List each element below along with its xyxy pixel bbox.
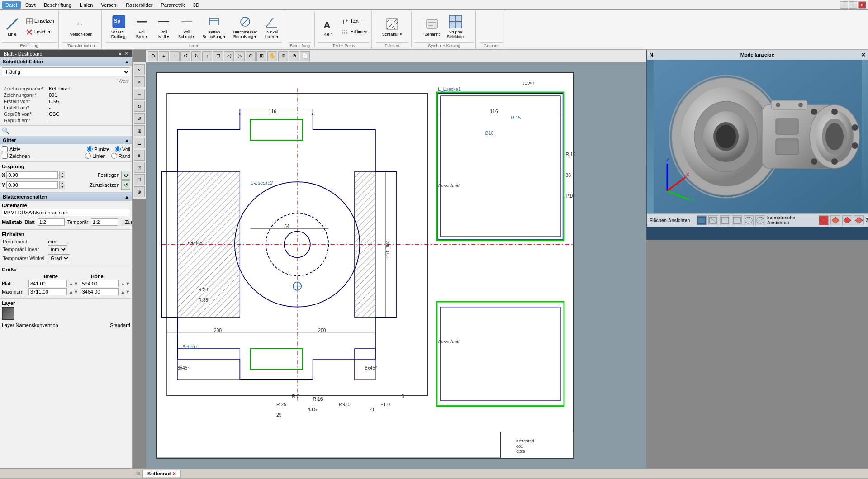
iso-btn-4[interactable] — [854, 215, 864, 225]
view-bottom-btn[interactable] — [755, 215, 765, 225]
view-btn-1[interactable]: ↖ — [134, 64, 145, 75]
y-down-arrow[interactable]: ▼ — [59, 185, 65, 189]
view-btn-5[interactable]: ↺ — [134, 113, 145, 124]
nav-fit-btn[interactable]: ⊡ — [213, 51, 223, 61]
tab-kettenrad[interactable]: Kettenrad ✕ — [142, 470, 181, 477]
menu-start[interactable]: Start — [22, 1, 39, 9]
ribbon-btn-schraffur[interactable]: Schraffur ▾ — [379, 14, 405, 39]
x-spinner[interactable]: ▲ ▼ — [59, 171, 65, 179]
view-btn-3[interactable]: ─ — [134, 89, 145, 100]
menu-beschriftung[interactable]: Beschriftung — [40, 1, 75, 9]
nav-up-btn[interactable]: ↑ — [202, 51, 212, 61]
layer-icon[interactable] — [2, 307, 14, 320]
y-up-arrow[interactable]: ▲ — [59, 181, 65, 185]
nav-next-btn[interactable]: ▷ — [235, 51, 245, 61]
gitter-collapse[interactable]: ▲ — [124, 138, 129, 143]
menu-rasterbilder[interactable]: Rasterbilder — [122, 1, 156, 9]
view-btn-11[interactable]: ⊕ — [134, 186, 145, 197]
ribbon-btn-voll-mitte[interactable]: VollMittl ▾ — [153, 12, 174, 41]
ribbon-btn-benannt[interactable]: Benannt — [422, 14, 443, 39]
view-btn-7[interactable]: ☰ — [134, 138, 145, 148]
nav-zoom-select-btn[interactable]: ⊕ — [246, 51, 256, 61]
view-btn-2[interactable]: ✕ — [134, 76, 145, 87]
checkbox-aktiv[interactable] — [2, 146, 8, 152]
svg-rect-37 — [455, 15, 462, 22]
menu-versch[interactable]: Versch. — [97, 1, 121, 9]
ribbon-btn-klein[interactable]: A Klein — [318, 14, 338, 39]
view-right-btn[interactable] — [732, 215, 742, 225]
nav-rotate-cw-btn[interactable]: ↻ — [191, 51, 201, 61]
search-icon[interactable]: 🔍 — [2, 127, 9, 134]
schriftfeld-collapse[interactable]: ▲ — [124, 59, 129, 64]
x-down-arrow[interactable]: ▼ — [59, 175, 65, 179]
x-input[interactable] — [6, 171, 58, 179]
ribbon-btn-smart-drafting[interactable]: Sp SMARTDrafting — [106, 12, 131, 41]
blatt-close-icon[interactable]: ✕ — [124, 51, 128, 57]
close-btn[interactable]: ✕ — [858, 1, 866, 9]
nav-pointer-btn[interactable]: ⊙ — [148, 51, 158, 61]
nav-pan-btn[interactable]: ✋ — [267, 51, 277, 61]
x-up-arrow[interactable]: ▲ — [59, 171, 65, 175]
iso-btn-2[interactable] — [830, 215, 840, 225]
ribbon-btn-ketten-bemass[interactable]: KettenBemaßung ▾ — [199, 12, 229, 41]
menu-parametrik[interactable]: Parametrik — [157, 1, 188, 9]
temp-scale-input[interactable] — [91, 218, 118, 226]
view-top-btn[interactable] — [744, 215, 754, 225]
ribbon-btn-durchmesser[interactable]: DurchmesserBemaßung ▾ — [230, 12, 261, 41]
zuruecksetzen-btn[interactable]: Zurücksetzen — [121, 218, 133, 226]
tab-close-btn[interactable]: ✕ — [172, 471, 176, 476]
nav-zoom-out-btn[interactable]: - — [170, 51, 180, 61]
temp-linear-select[interactable]: mm cm m — [48, 245, 67, 253]
svg-text:Ø16: Ø16 — [485, 131, 494, 136]
nav-rotate-ccw-btn[interactable]: ↺ — [180, 51, 190, 61]
maximize-btn[interactable]: □ — [849, 1, 857, 9]
ribbon-btn-verschieben[interactable]: ↔ Verschieben — [67, 14, 96, 39]
ribbon-btn-einsetzen[interactable]: Einsetzen — [24, 16, 57, 26]
view-back-btn[interactable] — [708, 215, 718, 225]
nav-zoom-sheet-btn[interactable]: 📄 — [300, 51, 310, 61]
zuruecksetzen-icon-btn[interactable]: ↺ — [121, 180, 130, 190]
ribbon-btn-linie[interactable]: Linie — [2, 14, 23, 39]
blatt-scale-input[interactable] — [38, 218, 65, 226]
ribbon-btn-gruppe-sel[interactable]: GruppeSelektion — [444, 12, 467, 41]
size-max-breite[interactable] — [28, 288, 67, 295]
menu-3d[interactable]: 3D — [190, 1, 203, 9]
view-btn-8[interactable]: ≡ — [134, 150, 145, 161]
blatteigenschaften-collapse[interactable]: ▲ — [124, 194, 129, 199]
nav-zoom-in-btn[interactable]: + — [159, 51, 169, 61]
temp-winkel-select[interactable]: Grad Rad — [48, 254, 70, 262]
view-btn-9[interactable]: ⊡ — [134, 162, 145, 173]
size-max-hoehe[interactable] — [81, 288, 119, 295]
ribbon-btn-voll-breit[interactable]: VollBreit ▾ — [132, 12, 152, 41]
view-left-btn[interactable] — [720, 215, 730, 225]
view-btn-6[interactable]: ⊞ — [134, 125, 145, 136]
view-front-btn[interactable] — [697, 215, 707, 225]
menu-datei[interactable]: Datei — [2, 1, 21, 9]
nav-prev-btn[interactable]: ◁ — [224, 51, 234, 61]
menu-linien[interactable]: Linien — [76, 1, 96, 9]
schriftfeld-dropdown[interactable]: Häufig Alle — [2, 67, 130, 76]
view-btn-10[interactable]: ☐ — [134, 174, 145, 185]
blatt-expand-icon[interactable]: ▲ — [118, 51, 123, 57]
ribbon-btn-hilflinien[interactable]: Hilflinien — [339, 27, 370, 37]
ribbon-btn-winkel-linien[interactable]: WinkelLinien ▾ — [261, 12, 282, 41]
nav-zoom-area-btn[interactable]: ⊗ — [278, 51, 288, 61]
ribbon-btn-text-plus[interactable]: T+ Text + — [339, 16, 370, 26]
y-input[interactable] — [6, 181, 58, 189]
ribbon-btn-loeschen[interactable]: Löschen — [24, 27, 57, 37]
festlegen-btn[interactable]: ⊙ — [121, 171, 130, 180]
iso-btn-3[interactable] — [842, 215, 852, 225]
checkbox-zeichnen[interactable] — [2, 153, 8, 159]
model-close-btn[interactable]: × — [862, 51, 865, 58]
dateiname-input[interactable] — [2, 209, 130, 216]
y-spinner[interactable]: ▲ ▼ — [59, 181, 65, 189]
view-btn-4[interactable]: ↻ — [134, 101, 145, 112]
ribbon-btn-voll-schmal[interactable]: VollSchmal ▾ — [175, 12, 199, 41]
nav-zoom-all-btn[interactable]: ⊘ — [289, 51, 299, 61]
nav-zoom-window-btn[interactable]: ⊞ — [256, 51, 266, 61]
size-blatt-breite[interactable] — [28, 280, 67, 287]
model-header-n: N — [650, 52, 653, 57]
size-blatt-hoehe[interactable] — [81, 280, 119, 287]
minimize-btn[interactable]: _ — [840, 1, 848, 9]
iso-btn-1[interactable] — [819, 215, 829, 225]
